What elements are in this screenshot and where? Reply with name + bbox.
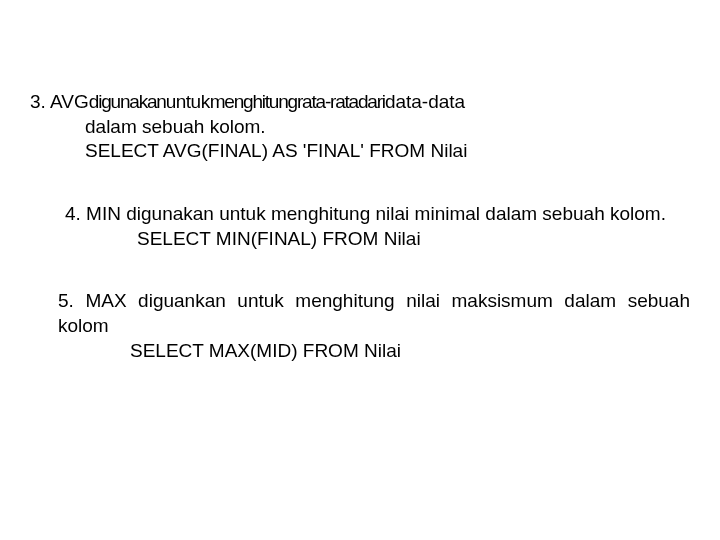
item3-line1: 3. AVGdigunakanuntukmenghitungrata-ratad… xyxy=(30,90,690,115)
item5-text: 5. MAX diguankan untuk menghitung nilai … xyxy=(58,289,690,338)
item3-word-digunakan: digunakan xyxy=(89,91,166,112)
document-page: 3. AVGdigunakanuntukmenghitungrata-ratad… xyxy=(0,0,720,540)
item3-num-func: 3. AVG xyxy=(30,91,89,112)
list-item-3: 3. AVGdigunakanuntukmenghitungrata-ratad… xyxy=(30,90,690,164)
item3-sql: SELECT AVG(FINAL) AS 'FINAL' FROM Nilai xyxy=(85,139,690,164)
list-item-5: 5. MAX diguankan untuk menghitung nilai … xyxy=(58,289,690,363)
item3-word-data: data-data xyxy=(385,91,465,112)
item3-word-untuk: untuk xyxy=(166,91,210,112)
item4-sql: SELECT MIN(FINAL) FROM Nilai xyxy=(137,227,690,252)
item5-sql: SELECT MAX(MID) FROM Nilai xyxy=(130,339,690,364)
item4-text: 4. MIN digunakan untuk menghitung nilai … xyxy=(65,202,690,227)
item3-line2: dalam sebuah kolom. xyxy=(85,115,690,140)
item3-word-menghitung: menghitung xyxy=(210,91,297,112)
item3-word-rata: rata-rata xyxy=(297,91,358,112)
list-item-4: 4. MIN digunakan untuk menghitung nilai … xyxy=(65,202,690,251)
item3-word-dari: dari xyxy=(358,91,385,112)
